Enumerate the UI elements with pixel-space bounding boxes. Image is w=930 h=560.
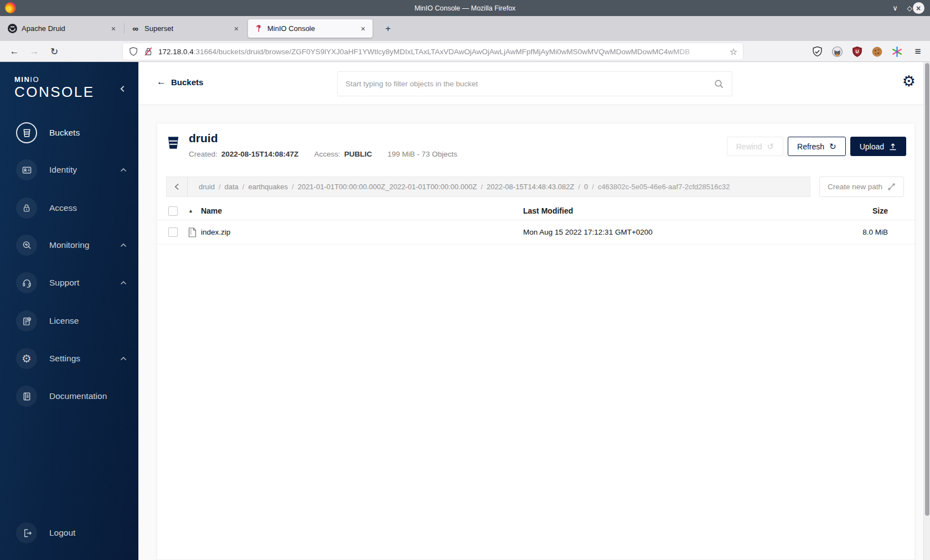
window-title: MinIO Console — Mozilla Firefox [0,4,930,12]
buckets-icon [16,122,37,143]
select-all-checkbox[interactable] [168,206,178,216]
chevron-up-icon[interactable] [120,356,127,361]
zip-file-icon [188,227,197,237]
window-minimize-button[interactable]: ∨ [888,0,902,16]
back-icon[interactable]: ← [7,44,22,59]
object-size: 8.0 MiB [833,228,916,236]
created-label: Created: [189,150,218,158]
column-header-name[interactable]: Name [201,206,222,215]
bucket-browser-card: druid Created: 2022-08-15T14:08:47Z Acce… [157,123,915,560]
bookmark-star-icon[interactable]: ☆ [730,46,737,57]
tab-superset[interactable]: ∞ Superset × [125,19,246,38]
breadcrumb-segment[interactable]: earthquakes [248,183,297,191]
hamburger-menu-icon[interactable]: ≡ [910,44,926,59]
reload-icon[interactable]: ↻ [46,44,62,59]
refresh-button[interactable]: Refresh ↻ [788,137,846,156]
access-value: PUBLIC [344,150,372,158]
svg-text:U: U [855,49,859,54]
sort-asc-icon[interactable]: ▲ [188,208,193,214]
url-text: 172.18.0.4:31664/buckets/druid/browse/ZG… [158,48,725,56]
breadcrumb-segment[interactable]: 2021-01-01T00:00:00.000Z_2022-01-01T00:0… [298,183,487,191]
tab-minio-console[interactable]: MinIO Console × [248,19,373,38]
main-content: druid Created: 2022-08-15T14:08:47Z Acce… [138,105,923,560]
sidebar-item-buckets[interactable]: Buckets [0,121,138,145]
object-name[interactable]: index.zip [201,228,230,236]
table-row-index-zip[interactable]: index.zip Mon Aug 15 2022 17:12:31 GMT+0… [157,220,916,245]
column-header-size[interactable]: Size [833,206,916,215]
sidebar-item-documentation[interactable]: Documentation [0,384,138,408]
window-close-button[interactable]: × [911,0,926,16]
breadcrumb-segment-current: c463802c-5e05-46e6-aaf7-2cfd28516c32 [598,183,730,191]
sidebar-item-settings[interactable]: ⚙ Settings [0,346,138,371]
tracking-protection-shield-icon[interactable] [128,46,138,56]
screen: MinIO Console — Mozilla Firefox ∨ ◇ × Ap… [0,0,930,560]
new-tab-button[interactable]: + [381,22,395,36]
back-arrow-icon: ← [157,76,166,87]
objects-table-header: ▲ Name Last Modified Size [157,202,916,220]
rewind-button[interactable]: Rewind ↺ [727,137,783,156]
tab-apache-druid[interactable]: Apache Druid × [2,19,123,38]
column-header-last-modified[interactable]: Last Modified [523,206,833,215]
back-to-buckets-link[interactable]: ← Buckets [157,76,203,87]
sidebar-item-monitoring[interactable]: Monitoring [0,233,138,257]
extension-ublock-icon[interactable]: U [850,45,864,58]
sidebar-item-identity[interactable]: Identity [0,158,138,182]
extension-cookie-icon[interactable] [870,45,884,58]
object-filter-searchbox[interactable] [337,71,732,96]
breadcrumb-segment[interactable]: druid [199,183,225,191]
forward-icon[interactable]: → [27,44,42,59]
tab-strip: Apache Druid × ∞ Superset × MinIO Consol… [0,16,930,41]
tab-close-icon[interactable]: × [108,23,118,34]
tab-close-icon[interactable]: × [358,23,368,34]
license-icon [16,310,37,331]
path-back-chevron-icon[interactable] [167,177,188,196]
page-scrollbar[interactable] [923,62,930,560]
search-input[interactable] [345,80,714,88]
scrollbar-thumb[interactable] [925,63,929,516]
tab-close-icon[interactable]: × [231,23,241,34]
insecure-lock-icon[interactable] [143,46,153,56]
breadcrumb-segment[interactable]: data [225,183,249,191]
console-settings-gear-icon[interactable]: ⚙ [902,74,916,89]
minio-flamingo-favicon-icon [254,24,263,33]
created-value: 2022-08-15T14:08:47Z [221,150,299,158]
minio-sidebar: MINIO CONSOLE Buckets Identity Access [0,62,138,560]
url-bar[interactable]: 172.18.0.4:31664/buckets/druid/browse/ZG… [123,43,743,60]
support-headset-icon [16,272,37,293]
create-new-path-button[interactable]: Create new path [819,177,904,197]
tab-separator [124,23,125,34]
minio-console-logo: MINIO CONSOLE [14,75,95,101]
tab-label: MinIO Console [267,24,358,33]
druid-favicon-icon [8,24,17,33]
row-checkbox[interactable] [168,227,178,237]
refresh-icon: ↻ [829,142,836,151]
breadcrumb-segment[interactable]: 2022-08-15T14:48:43.082Z [487,183,584,191]
chevron-up-icon[interactable] [120,281,127,285]
bucket-meta: Created: 2022-08-15T14:08:47Z Access: PU… [189,150,457,158]
settings-gear-icon: ⚙ [16,348,37,369]
extension-colorful-asterisk-icon[interactable] [890,45,903,58]
bucket-actions: Rewind ↺ Refresh ↻ Upload [727,137,906,156]
access-label: Access: [314,150,340,158]
console-header: ← Buckets ⚙ [138,62,923,105]
sidebar-collapse-icon[interactable] [119,85,126,92]
chevron-up-icon[interactable] [120,168,127,172]
create-path-icon [887,183,896,191]
sidebar-item-logout[interactable]: Logout [0,521,138,545]
breadcrumb-segment[interactable]: 0 [584,183,598,191]
path-breadcrumb-bar: druiddataearthquakes2021-01-01T00:00:00.… [166,177,810,197]
sidebar-item-license[interactable]: License [0,309,138,333]
upload-button[interactable]: Upload [850,137,906,156]
rewind-icon: ↺ [767,142,774,151]
bucket-name-title: druid [189,132,218,145]
chevron-up-icon[interactable] [120,243,127,247]
access-lock-icon [16,198,37,219]
extension-shield-check-icon[interactable] [810,45,824,58]
close-icon: × [913,2,924,14]
superset-favicon-icon: ∞ [131,24,140,33]
sidebar-item-access[interactable]: Access [0,196,138,220]
bucket-usage-summary: 199 MiB - 73 Objects [388,150,457,158]
search-icon [714,79,724,89]
sidebar-item-support[interactable]: Support [0,271,138,295]
extension-mask-icon[interactable] [830,45,844,58]
